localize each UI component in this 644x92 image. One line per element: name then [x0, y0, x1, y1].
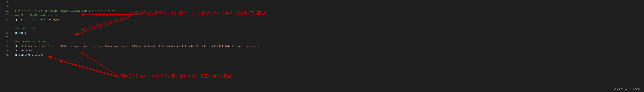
code-line-33: spring.datasource.platform=mysql [15, 18, 644, 22]
line-num-39: 39 [2, 44, 8, 48]
prop-val-33: mysql [53, 18, 60, 21]
line-num-35: 35 [2, 26, 8, 31]
code-line-41: db.password.0=060708 [15, 53, 644, 57]
equals-33: = [52, 18, 53, 21]
line-numbers: 29 30 31 32 33 34 35 36 37 38 39 40 41 [0, 0, 11, 92]
code-line-30 [15, 5, 644, 9]
prop-val-39: =jdbc:mysql://127.0.0.1:3306/nacos?chara… [26, 45, 259, 48]
comment-38: ### Connect URL of DB: [15, 40, 46, 43]
line-num-37: 37 [2, 35, 8, 40]
prop-val-40: root [29, 49, 35, 52]
line-num-34: 34 [2, 22, 8, 26]
code-line-38: ### Connect URL of DB: [15, 40, 644, 44]
annotation-1: 这些原来是注释掉的，现在打开，因为我们要将nacos里面的数据保存到数据 [130, 10, 266, 16]
line-num-30: 30 [2, 5, 8, 9]
equals-40: = [28, 49, 29, 52]
code-line-34 [15, 22, 644, 26]
prop-key-41: db.password.0 [15, 54, 33, 56]
code-line-37 [15, 35, 644, 40]
svg-line-5 [59, 61, 119, 77]
equals-36: = [23, 32, 25, 34]
prop-val-41: 060708 [35, 54, 43, 56]
code-line-31: #*************** Config Module Related C… [15, 9, 644, 13]
prop-key-39: db.url.0 [15, 45, 26, 48]
comment-31: #*************** Config Module Related C… [15, 10, 115, 12]
line-num-29: 29 [2, 0, 8, 5]
line-num-33: 33 [2, 18, 8, 22]
prop-key-33: spring.datasource.platform [15, 18, 52, 21]
line-num-41: 41 [2, 53, 8, 57]
code-area: #*************** Config Module Related C… [11, 0, 644, 92]
prop-key-40: db.user.0 [15, 49, 28, 52]
comment-32: ### If use MySQL as datasource: [15, 14, 59, 17]
annotation-2: 你数据库的名称，你数据库的用户名和密码，反正改为你自己的 [119, 73, 232, 79]
line-num-31: 31 [2, 9, 8, 13]
code-line-36: db.num=1 [15, 31, 644, 35]
line-num-40: 40 [2, 48, 8, 53]
code-line-40: db.user.0=root [15, 48, 644, 53]
code-line-35: ### Count of DB: [15, 26, 644, 31]
line-num-36: 36 [2, 31, 8, 35]
line-num-32: 32 [2, 13, 8, 18]
code-line-39: db.url.0=jdbc:mysql://127.0.0.1:3306/nac… [15, 44, 644, 48]
prop-val-36: 1 [25, 32, 26, 34]
prop-key-36: db.num [15, 32, 23, 34]
comment-35: ### Count of DB: [15, 27, 38, 30]
watermark: CSDN @一天不写代码就痒 [614, 87, 640, 90]
editor-container: 29 30 31 32 33 34 35 36 37 38 39 40 41 #… [0, 0, 644, 92]
line-num-38: 38 [2, 40, 8, 44]
code-line-32: ### If use MySQL as datasource: [15, 13, 644, 18]
svg-line-4 [48, 57, 119, 77]
code-line-29 [15, 0, 644, 5]
